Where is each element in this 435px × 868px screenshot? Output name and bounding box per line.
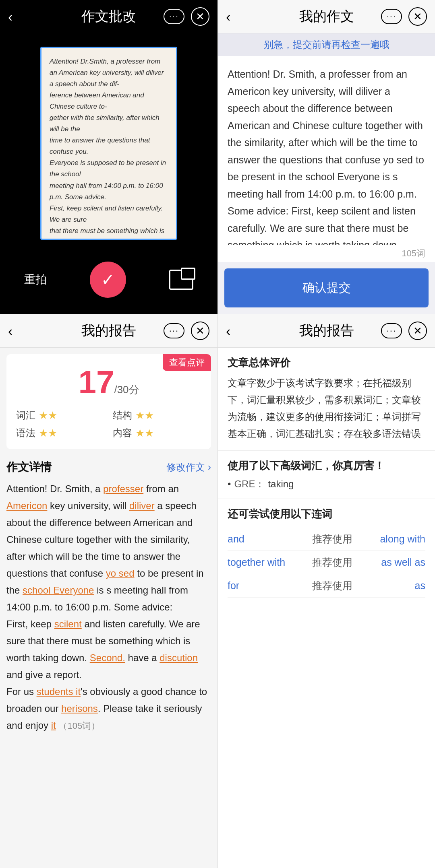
score-stars-grammar: ★★ — [39, 427, 57, 439]
score-total: /30分 — [114, 383, 139, 396]
connector-row-1: together with 推荐使用 as well as — [228, 551, 425, 574]
error-yo-sed[interactable]: yo sed — [106, 568, 135, 579]
report-analysis-title: 我的报告 — [299, 322, 354, 340]
essay-close-button[interactable]: ✕ — [408, 7, 427, 26]
advanced-vocab-section: 使用了以下高级词汇，你真厉害！ • GRE： taking — [218, 451, 435, 499]
overall-text: 文章字数少于该考试字数要求；在托福级别下，词汇量积累较少，需多积累词汇；文章较为… — [228, 375, 425, 442]
edit-essay-link[interactable]: 修改作文 › — [166, 461, 211, 474]
score-grid: 词汇 ★★ 结构 ★★ 语法 ★★ 内容 ★★ — [16, 409, 201, 439]
connectors-section: 还可尝试使用以下连词 and 推荐使用 along with together … — [218, 499, 435, 606]
essay-detail-header: 作文详情 修改作文 › — [0, 456, 218, 477]
connector-alt-0: along with — [361, 533, 425, 545]
report-score-header: ‹ 我的报告 ··· ✕ — [0, 314, 218, 348]
handwritten-content: Attention! Dr.Smith, a professer from an… — [50, 56, 168, 240]
report-score-title: 我的报告 — [81, 322, 136, 340]
error-professer[interactable]: professer — [103, 483, 143, 494]
error-it[interactable]: it — [51, 720, 56, 731]
report-analysis-back-button[interactable]: ‹ — [226, 323, 230, 339]
connector-row-0: and 推荐使用 along with — [228, 528, 425, 551]
error-scilent[interactable]: scilent — [54, 619, 82, 629]
submit-button[interactable]: 确认提交 — [224, 268, 429, 307]
retake-label[interactable]: 重拍 — [24, 272, 47, 287]
advanced-vocab-item-0: • GRE： taking — [228, 478, 425, 491]
report-score-more-button[interactable]: ··· — [164, 323, 184, 338]
connector-word-2: for — [228, 580, 312, 592]
report-analysis-close-button[interactable]: ✕ — [408, 322, 427, 340]
essay-back-button[interactable]: ‹ — [226, 9, 230, 25]
handwritten-document: Attention! Dr.Smith, a professer from an… — [40, 47, 177, 240]
score-item-structure: 结构 ★★ — [113, 409, 201, 422]
connector-row-2: for 推荐使用 as — [228, 574, 425, 598]
essay-more-button[interactable]: ··· — [381, 9, 402, 24]
camera-controls: 重拍 ✓ — [0, 254, 218, 314]
score-number: 17 — [78, 364, 114, 400]
essay-panel: ‹ 我的作文 ··· ✕ 别急，提交前请再检查一遍哦 Attention! Dr… — [218, 0, 435, 314]
connector-word-0: and — [228, 533, 312, 545]
bullet-icon: • — [228, 478, 231, 490]
overall-title: 文章总体评价 — [228, 356, 425, 370]
advanced-vocab-prefix-0: GRE： — [234, 478, 265, 491]
checkmark-icon: ✓ — [101, 270, 115, 289]
error-diliver[interactable]: diliver — [129, 500, 155, 511]
advanced-vocab-word-0: taking — [268, 478, 294, 490]
error-discution[interactable]: discution — [160, 652, 198, 663]
camera-header-right: ··· ✕ — [164, 7, 209, 26]
connector-alt-1: as well as — [361, 557, 425, 568]
error-americon[interactable]: Americon — [6, 500, 47, 511]
essay-header: ‹ 我的作文 ··· ✕ — [218, 0, 435, 33]
camera-title: 作文批改 — [81, 7, 136, 26]
essay-text[interactable]: Attention! Dr. Smith, a professer from a… — [218, 56, 435, 245]
score-stars-vocab: ★★ — [39, 409, 57, 422]
connector-word-1: together with — [228, 557, 312, 568]
connector-suggest-label-0: 推荐使用 — [312, 532, 361, 546]
essay-detail-title: 作文详情 — [6, 460, 52, 475]
essay-word-count: （105词） — [58, 721, 100, 731]
score-label-grammar: 语法 — [16, 427, 35, 439]
report-analysis-header: ‹ 我的报告 ··· ✕ — [218, 314, 435, 348]
report-analysis-more-button[interactable]: ··· — [381, 323, 402, 338]
score-label-structure: 结构 — [113, 409, 132, 422]
word-count: 105词 — [218, 245, 435, 262]
score-stars-structure: ★★ — [135, 409, 154, 422]
connector-suggest-label-1: 推荐使用 — [312, 556, 361, 569]
camera-view: Attention! Dr.Smith, a professer from an… — [0, 33, 218, 254]
error-second[interactable]: Second. — [90, 652, 125, 663]
score-label-content: 内容 — [113, 427, 132, 439]
report-score-panel: ‹ 我的报告 ··· ✕ 查看点评 17/30分 词汇 ★★ 结构 ★★ 语法 … — [0, 314, 218, 868]
camera-close-button[interactable]: ✕ — [191, 7, 209, 26]
report-score-back-button[interactable]: ‹ — [8, 323, 12, 339]
camera-back-button[interactable]: ‹ — [8, 9, 12, 25]
warning-bar: 别急，提交前请再检查一遍哦 — [218, 33, 435, 56]
advanced-vocab-title: 使用了以下高级词汇，你真厉害！ — [228, 459, 425, 473]
essay-header-right: ··· ✕ — [381, 7, 427, 26]
confirm-photo-button[interactable]: ✓ — [90, 262, 126, 298]
score-stars-content: ★★ — [135, 427, 154, 439]
gallery-button[interactable] — [169, 270, 193, 290]
overall-section: 文章总体评价 文章字数少于该考试字数要求；在托福级别下，词汇量积累较少，需多积累… — [218, 348, 435, 451]
score-item-vocab: 词汇 ★★ — [16, 409, 105, 422]
view-comment-button[interactable]: 查看点评 — [163, 354, 211, 371]
error-students-it[interactable]: students it — [37, 686, 81, 697]
camera-panel: ‹ 作文批改 ··· ✕ Attention! Dr.Smith, a prof… — [0, 0, 218, 314]
report-analysis-header-right: ··· ✕ — [381, 322, 427, 340]
essay-title: 我的作文 — [299, 7, 354, 26]
error-school-everyone[interactable]: school Everyone — [23, 585, 94, 596]
connector-alt-2: as — [361, 580, 425, 592]
error-herisons[interactable]: herisons — [61, 703, 98, 714]
report-score-close-button[interactable]: ✕ — [191, 322, 209, 340]
score-item-grammar: 语法 ★★ — [16, 427, 105, 439]
camera-header: ‹ 作文批改 ··· ✕ — [0, 0, 218, 33]
connectors-title: 还可尝试使用以下连词 — [228, 507, 425, 521]
report-analysis-panel: ‹ 我的报告 ··· ✕ 文章总体评价 文章字数少于该考试字数要求；在托福级别下… — [218, 314, 435, 868]
score-item-content: 内容 ★★ — [113, 427, 201, 439]
report-score-header-right: ··· ✕ — [164, 322, 209, 340]
connector-suggest-label-2: 推荐使用 — [312, 579, 361, 592]
score-label-vocab: 词汇 — [16, 409, 35, 422]
essay-detail-text: Attention! Dr. Smith, a professer from a… — [0, 477, 218, 740]
camera-more-button[interactable]: ··· — [164, 9, 184, 24]
score-card: 查看点评 17/30分 词汇 ★★ 结构 ★★ 语法 ★★ 内容 ★★ — [6, 354, 211, 449]
